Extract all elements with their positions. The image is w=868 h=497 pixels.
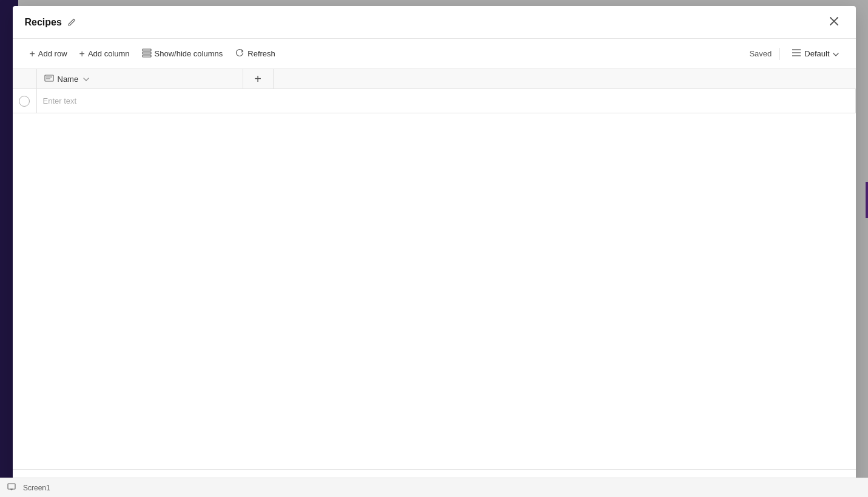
- screen-icon: [7, 483, 16, 492]
- modal-body[interactable]: Name +: [13, 69, 856, 469]
- modal-header: Recipes: [13, 6, 856, 39]
- add-row-label: Add row: [38, 49, 67, 58]
- add-column-header-button[interactable]: +: [243, 69, 274, 88]
- bottom-bar: Screen1: [0, 478, 868, 497]
- refresh-button[interactable]: Refresh: [230, 45, 280, 63]
- close-button[interactable]: [824, 13, 844, 32]
- toolbar-left: + Add row + Add column Show/h: [25, 45, 280, 63]
- view-selector-button[interactable]: Default: [787, 45, 843, 62]
- refresh-icon: [235, 48, 244, 60]
- row-name-input[interactable]: [43, 96, 849, 105]
- svg-rect-8: [45, 75, 53, 81]
- column-name-label: Name: [58, 75, 79, 84]
- modal-overlay: Recipes +: [0, 0, 868, 497]
- grid-container: Name +: [13, 69, 856, 469]
- add-row-button[interactable]: + Add row: [25, 45, 72, 62]
- refresh-label: Refresh: [247, 49, 275, 58]
- row-name-cell[interactable]: [37, 89, 856, 113]
- add-row-icon: +: [30, 48, 35, 59]
- show-hide-icon: [142, 48, 152, 60]
- modal-container: Recipes +: [13, 6, 856, 491]
- modal-title-area: Recipes: [25, 17, 76, 28]
- svg-rect-3: [143, 52, 151, 54]
- add-column-icon: +: [79, 48, 85, 59]
- modal-title: Recipes: [25, 17, 62, 28]
- svg-rect-4: [143, 55, 151, 57]
- add-column-plus-icon: +: [254, 72, 261, 86]
- svg-rect-2: [143, 49, 151, 51]
- row-selector-cell[interactable]: [13, 89, 37, 113]
- add-column-label: Add column: [88, 49, 130, 58]
- toolbar-divider: [779, 48, 779, 60]
- toolbar: + Add row + Add column Show/h: [13, 39, 856, 69]
- show-hide-columns-button[interactable]: Show/hide columns: [137, 45, 228, 63]
- svg-rect-11: [8, 484, 15, 489]
- close-icon: [830, 16, 838, 28]
- column-type-icon: [44, 74, 54, 84]
- show-hide-label: Show/hide columns: [155, 49, 223, 58]
- table-row: [13, 89, 856, 113]
- chevron-down-icon: [833, 49, 839, 58]
- grid-header-row: Name +: [13, 69, 856, 89]
- toolbar-right: Saved Default: [749, 45, 843, 62]
- column-sort-icon: [83, 76, 89, 82]
- screen-label: Screen1: [23, 484, 50, 492]
- view-label: Default: [804, 49, 829, 58]
- saved-status: Saved: [749, 49, 772, 58]
- add-column-button[interactable]: + Add column: [75, 45, 135, 62]
- view-lines-icon: [792, 48, 801, 59]
- header-row-selector-cell: [13, 69, 37, 88]
- row-checkbox[interactable]: [19, 96, 30, 107]
- name-column-header[interactable]: Name: [37, 69, 243, 88]
- edit-icon[interactable]: [67, 18, 76, 27]
